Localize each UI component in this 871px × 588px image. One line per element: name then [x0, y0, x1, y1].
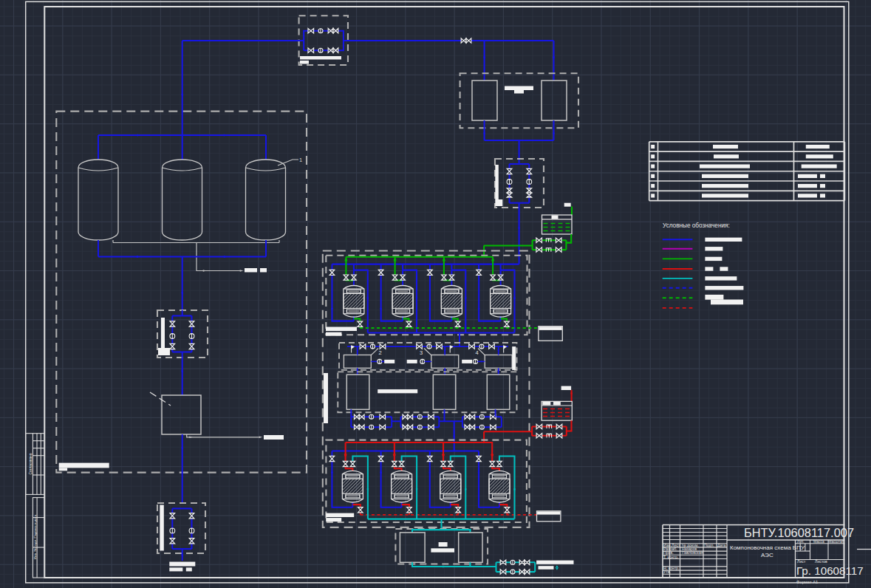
svg-text:БНТУ.10608117.007: БНТУ.10608117.007 [744, 526, 854, 539]
svg-text:Утв.: Утв. [663, 570, 671, 574]
svg-text:Лит.: Лит. [797, 539, 805, 544]
svg-text:Инв. № подл. Подпись и дата: Инв. № подл. Подпись и дата [33, 514, 37, 559]
svg-text:Масштаб: Масштаб [828, 539, 844, 544]
svg-text:АЭС: АЭС [761, 552, 773, 558]
svg-text:Согласовано: Согласовано [29, 453, 33, 474]
svg-text:Подп.: Подп. [704, 543, 714, 547]
svg-text:Лист: Лист [797, 559, 806, 564]
svg-text:Павловская: Павловская [682, 550, 703, 555]
svg-text:2: 2 [379, 349, 382, 356]
svg-text:4: 4 [476, 349, 479, 356]
svg-text:Масса: Масса [813, 539, 824, 544]
svg-text:Т. контр.: Т. контр. [663, 555, 678, 559]
svg-text:Листов: Листов [815, 559, 827, 564]
svg-text:Гр. 10608117: Гр. 10608117 [796, 564, 864, 577]
svg-text:Условные обозначения:: Условные обозначения: [663, 222, 730, 229]
svg-text:1: 1 [299, 157, 302, 163]
svg-text:3: 3 [420, 349, 423, 356]
svg-text:Формат А1: Формат А1 [796, 580, 818, 584]
svg-text:Дата: Дата [717, 543, 726, 547]
svg-text:Компоновочная схема ВПУ: Компоновочная схема ВПУ [730, 544, 805, 551]
